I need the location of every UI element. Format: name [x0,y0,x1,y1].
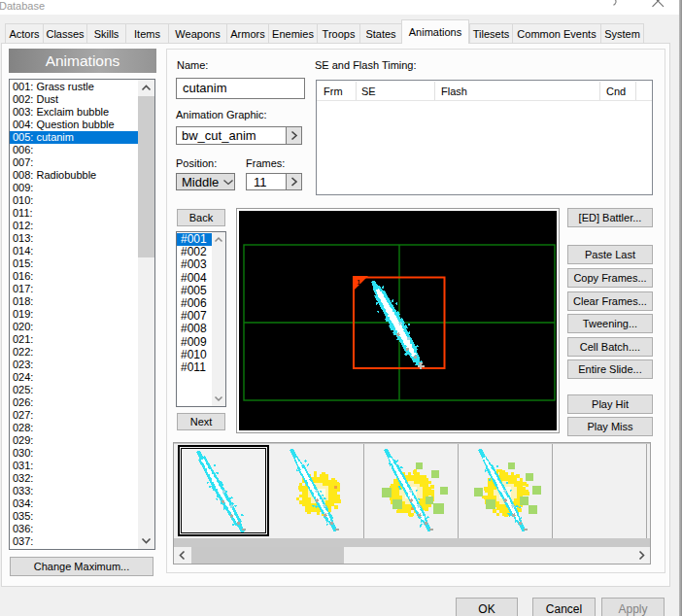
svg-text:1: 1 [357,278,361,287]
